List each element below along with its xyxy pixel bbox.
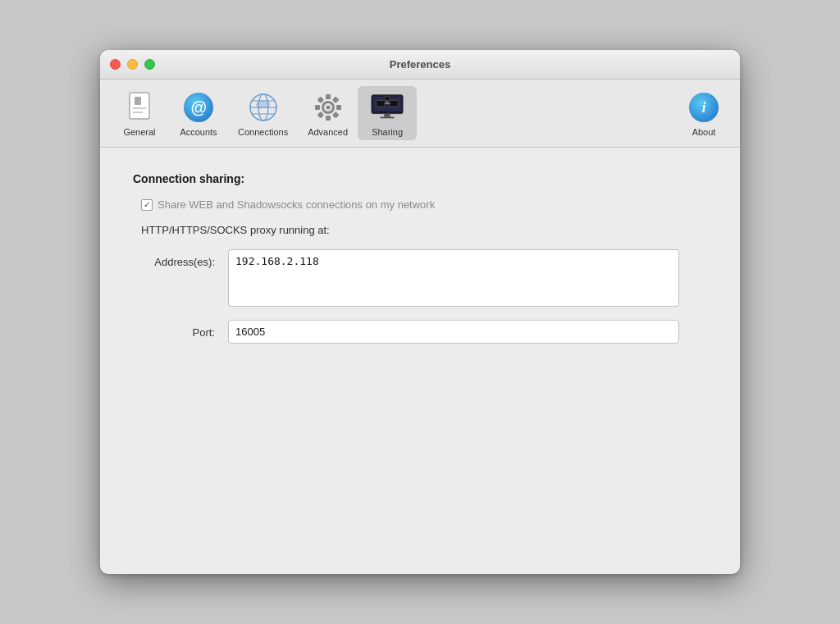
svg-rect-19 [317, 97, 323, 103]
tab-general[interactable]: General [110, 86, 169, 140]
address-row: Address(es): 192.168.2.118 [133, 249, 707, 307]
maximize-button[interactable] [144, 59, 155, 70]
tab-sharing-label: Sharing [372, 127, 403, 137]
svg-rect-18 [332, 112, 339, 118]
svg-rect-16 [332, 97, 339, 103]
section-title: Connection sharing: [133, 172, 707, 185]
svg-rect-24 [377, 100, 385, 107]
svg-rect-15 [315, 105, 320, 110]
traffic-lights [110, 59, 155, 70]
close-button[interactable] [110, 59, 121, 70]
port-input[interactable] [228, 320, 679, 344]
tab-sharing[interactable]: Sharing [358, 86, 417, 140]
minimize-button[interactable] [127, 59, 138, 70]
sharing-icon [371, 91, 404, 124]
connections-icon [247, 91, 280, 124]
tab-advanced[interactable]: Advanced [298, 86, 358, 140]
address-input[interactable]: 192.168.2.118 [228, 249, 679, 307]
tab-connections[interactable]: Connections [228, 86, 298, 140]
general-icon [123, 91, 156, 124]
window-title: Preferences [390, 58, 450, 71]
titlebar: Preferences [100, 50, 740, 80]
tab-connections-label: Connections [238, 127, 288, 137]
accounts-icon: @ [182, 91, 215, 124]
content-area: Connection sharing: ✓ Share WEB and Shad… [100, 148, 740, 574]
tab-about[interactable]: i About [678, 86, 730, 140]
svg-rect-12 [326, 94, 331, 99]
share-checkbox-row: ✓ Share WEB and Shadowsocks connections … [133, 198, 707, 211]
advanced-icon [312, 91, 345, 124]
preferences-window: Preferences General @ [100, 50, 740, 574]
svg-point-11 [326, 106, 330, 110]
about-icon: i [687, 91, 720, 124]
svg-rect-1 [135, 97, 141, 105]
svg-rect-13 [326, 116, 331, 121]
svg-rect-17 [317, 112, 323, 118]
svg-rect-14 [336, 105, 341, 110]
tab-accounts[interactable]: @ Accounts [169, 86, 228, 140]
svg-rect-29 [385, 97, 390, 101]
address-label: Address(es): [133, 249, 215, 268]
tab-about-label: About [692, 127, 716, 137]
svg-rect-0 [130, 93, 149, 119]
toolbar-items: General @ Accounts [110, 86, 678, 140]
tab-accounts-label: Accounts [180, 127, 217, 137]
port-label: Port: [133, 320, 215, 339]
share-checkbox-label: Share WEB and Shadowsocks connections on… [158, 198, 435, 211]
tab-general-label: General [123, 127, 155, 137]
svg-rect-25 [390, 100, 398, 107]
share-checkbox[interactable]: ✓ [141, 199, 153, 211]
tab-advanced-label: Advanced [308, 127, 348, 137]
toolbar: General @ Accounts [100, 80, 740, 148]
port-row: Port: [133, 320, 707, 344]
proxy-label: HTTP/HTTPS/SOCKS proxy running at: [133, 224, 707, 236]
svg-rect-22 [384, 114, 390, 117]
svg-rect-23 [381, 116, 395, 118]
